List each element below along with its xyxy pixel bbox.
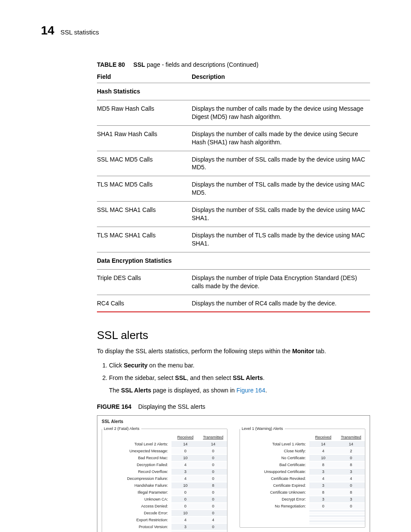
col-desc: Description [192,70,370,83]
table-desc: Displays the number of TSL calls made by… [192,176,370,202]
alert-received: 4 [171,476,199,482]
alert-transmitted: 8 [337,489,365,495]
intro-paragraph: To display the SSL alerts statistics, pe… [97,347,370,355]
table-desc: Displays the number of triple Data Encry… [192,269,370,295]
table-desc: Displays the number of SSL calls made by… [192,151,370,176]
alert-transmitted: 8 [199,482,227,488]
table-caption-bold: SSL [134,61,145,68]
procedure-steps: Click Security on the menu bar. From the… [97,361,370,395]
alert-received: 8 [309,489,337,495]
table-field: SSL MAC MD5 Calls [97,151,192,176]
table-field: SSL MAC SHA1 Calls [97,202,192,227]
alert-transmitted: 4 [199,517,227,523]
alert-transmitted: 0 [199,476,227,482]
table-label: TABLE 80 [97,61,125,68]
table-desc: Displays the number of RC4 calls made by… [192,295,370,312]
table-field: Hash Statistics [97,83,192,100]
panel-title: SSL Alerts [102,419,365,424]
table-field: TLS MAC MD5 Calls [97,176,192,202]
table-desc: Displays the number of calls made by the… [192,125,370,151]
alert-row-label: Handshake Failure: [102,482,171,488]
alert-received: 4 [309,476,337,482]
alert-transmitted: 0 [199,455,227,461]
alert-row-label: Certificate Revoked: [240,476,309,482]
table-field: SHA1 Raw Hash Calls [97,125,192,151]
document-page: 14 SSL statistics TABLE 80 SSL page - fi… [0,0,411,532]
ssl-fields-table: Field Description Hash StatisticsMD5 Raw… [97,70,370,312]
alert-received [309,510,337,512]
table-desc [192,83,370,100]
step1-post: on the menu bar. [147,362,194,369]
step2p-mid: page is displayed, as shown in [151,387,237,394]
alert-received [309,518,337,520]
alert-received: 10 [171,455,199,461]
alert-received: 3 [171,469,199,475]
alert-transmitted: 0 [199,489,227,495]
step-1: Click Security on the menu bar. [109,361,370,370]
ssl-alerts-screenshot: SSL Alerts Level 2 (Fatal) AlertsReceive… [97,415,370,532]
alert-transmitted [337,518,365,520]
alert-received: 10 [309,455,337,461]
intro-pre: To display the SSL alerts statistics, pe… [97,348,292,355]
alert-row-label: Certificate Unknown: [240,489,309,495]
alert-transmitted: 4 [337,476,365,482]
step2-post: . [263,374,265,381]
col-field: Field [97,70,192,83]
alert-row-label: Bad Certificate: [240,462,309,468]
table-field: TLS MAC SHA1 Calls [97,227,192,252]
alert-transmitted: 8 [337,462,365,468]
figure-caption-text: Displaying the SSL alerts [138,403,206,410]
alert-row-label: No Certificate: [240,455,309,461]
alert-received [309,520,337,522]
alert-received [309,513,337,514]
step2-bold2: SSL Alerts [233,374,263,381]
alert-received [309,515,337,517]
alert-transmitted: 0 [337,455,365,461]
alert-transmitted: 0 [199,524,227,530]
alert-received: 14 [171,441,199,447]
figure-link[interactable]: Figure 164 [237,387,265,394]
alert-received: 0 [171,503,199,509]
alert-transmitted: 3 [337,469,365,475]
step2p-bold: SSL Alerts [121,387,151,394]
step2-bold1: SSL [175,374,187,381]
alert-row-label [240,515,309,517]
alert-row-label: Total Level 1 Alerts: [240,441,309,447]
table-desc [192,252,370,269]
alert-transmitted: 3 [337,496,365,502]
alert-row-label: Protocol Version: [102,524,171,530]
alert-group-legend: Level 1 (Warning) Alerts [240,426,285,431]
table-field: RC4 Calls [97,295,192,312]
alert-received: 3 [171,524,199,530]
alert-received: 0 [171,448,199,454]
alert-row-label: Illegal Parameter: [102,489,171,495]
alert-received [309,523,337,525]
step1-bold: Security [124,362,147,369]
alert-received: 3 [309,482,337,488]
chapter-number: 14 [41,24,54,37]
alert-received: 14 [309,441,337,447]
alert-row-label: Certificate Expired: [240,482,309,488]
alert-row-label: Export Restriction: [102,517,171,523]
ssl-alerts-heading: SSL alerts [97,329,370,342]
alert-row-label: Unsupported Certificate: [240,469,309,475]
alert-row-label: Decode Error: [102,510,171,516]
alert-received: 0 [171,489,199,495]
alert-received: 3 [309,496,337,502]
alert-row-label: No Renegotiation: [240,503,309,509]
alert-transmitted: 0 [337,482,365,488]
table-desc: Displays the number of calls made by the… [192,100,370,125]
table-desc: Displays the number of TLS calls made by… [192,227,370,252]
alert-received: 8 [309,462,337,468]
alert-received: 10 [171,510,199,516]
table-field: Data Encryption Statistics [97,252,192,269]
alert-row-label: Total Level 2 Alerts: [102,441,171,447]
alert-row-label: Bad Record Mac: [102,455,171,461]
table-field: Triple DES Calls [97,269,192,295]
alert-received: 0 [171,496,199,502]
chapter-title: SSL statistics [60,28,99,36]
intro-bold: Monitor [292,348,314,355]
alert-row-label: Close Notify: [240,448,309,454]
step2p-post: . [265,387,267,394]
alert-received: 4 [171,462,199,468]
